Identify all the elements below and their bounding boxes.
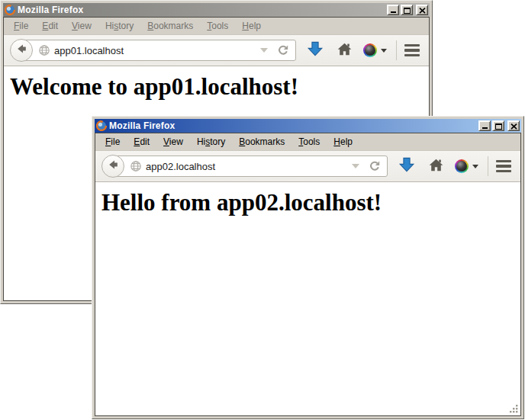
- titlebar[interactable]: Mozilla Firefox: [3, 3, 430, 17]
- url-text[interactable]: app01.localhost: [54, 45, 260, 56]
- reload-icon[interactable]: [369, 160, 381, 172]
- browser-client: FileEditViewHistoryBookmarksToolsHelp ap…: [95, 133, 521, 416]
- url-text[interactable]: app02.localhost: [146, 161, 352, 172]
- url-bar[interactable]: app01.localhost: [21, 40, 296, 61]
- urlbar-dropdown-icon[interactable]: [352, 164, 359, 168]
- browser-window-app02[interactable]: Mozilla Firefox FileEditViewHistoryBookm…: [92, 116, 524, 419]
- back-icon: [14, 42, 28, 59]
- page-heading: Hello from app02.localhost!: [101, 189, 520, 216]
- download-icon: [398, 156, 415, 176]
- download-icon: [307, 40, 324, 60]
- maximize-icon: [404, 8, 411, 14]
- menu-file[interactable]: File: [98, 135, 127, 149]
- menu-bookmarks[interactable]: Bookmarks: [232, 135, 291, 149]
- menu-view[interactable]: View: [65, 19, 98, 33]
- minimize-button[interactable]: [478, 120, 491, 131]
- menu-edit[interactable]: Edit: [127, 135, 156, 149]
- close-button[interactable]: [416, 5, 428, 15]
- menu-help[interactable]: Help: [327, 135, 359, 149]
- toolbar-separator: [488, 156, 488, 176]
- home-button[interactable]: [337, 41, 353, 60]
- resize-grip-icon: [508, 403, 519, 415]
- globe-icon: [38, 44, 50, 56]
- home-icon: [337, 41, 353, 60]
- minimize-icon: [482, 127, 488, 129]
- maximize-button[interactable]: [401, 5, 413, 15]
- navigation-toolbar: app02.localhost: [95, 150, 520, 182]
- close-button[interactable]: [507, 120, 520, 131]
- menubar: FileEditViewHistoryBookmarksToolsHelp: [95, 133, 520, 150]
- window-controls: [478, 120, 520, 131]
- color-wheel-icon: [455, 159, 469, 173]
- menu-file[interactable]: File: [7, 19, 35, 33]
- download-button[interactable]: [307, 40, 324, 60]
- download-button[interactable]: [398, 156, 415, 176]
- titlebar[interactable]: Mozilla Firefox: [95, 119, 521, 133]
- back-icon: [106, 158, 120, 175]
- menu-help[interactable]: Help: [235, 19, 268, 33]
- menu-history[interactable]: History: [190, 135, 232, 149]
- reload-icon[interactable]: [277, 44, 289, 56]
- menu-button[interactable]: [496, 160, 511, 173]
- close-icon: [419, 5, 426, 16]
- globe-icon: [130, 160, 142, 172]
- menu-edit[interactable]: Edit: [35, 19, 65, 33]
- addon-button[interactable]: [363, 43, 387, 57]
- home-icon: [428, 157, 444, 176]
- caret-down-icon: [381, 49, 387, 53]
- menubar: FileEditViewHistoryBookmarksToolsHelp: [4, 18, 429, 34]
- toolbar-separator: [396, 40, 397, 60]
- urlbar-dropdown-icon[interactable]: [260, 48, 268, 53]
- back-button[interactable]: [10, 39, 33, 62]
- menu-bookmarks[interactable]: Bookmarks: [140, 19, 200, 33]
- resize-grip[interactable]: [508, 403, 519, 414]
- color-wheel-icon: [363, 43, 377, 57]
- navigation-toolbar: app01.localhost: [4, 34, 429, 66]
- minimize-icon: [391, 11, 396, 13]
- close-icon: [511, 120, 517, 132]
- window-title: Mozilla Firefox: [109, 120, 476, 131]
- maximize-icon: [495, 123, 502, 130]
- maximize-button[interactable]: [492, 120, 504, 131]
- caret-down-icon: [472, 165, 478, 168]
- firefox-icon: [96, 120, 107, 131]
- window-title: Mozilla Firefox: [18, 5, 385, 15]
- page-content: Hello from app02.localhost!: [95, 182, 520, 415]
- window-controls: [387, 5, 428, 15]
- menu-button[interactable]: [404, 44, 420, 57]
- menu-tools[interactable]: Tools: [200, 19, 235, 33]
- menu-view[interactable]: View: [156, 135, 190, 149]
- page-heading: Welcome to app01.localhost!: [10, 73, 429, 101]
- home-button[interactable]: [428, 157, 444, 176]
- firefox-icon: [5, 5, 15, 15]
- menu-history[interactable]: History: [98, 19, 140, 33]
- minimize-button[interactable]: [387, 5, 399, 15]
- back-button[interactable]: [101, 155, 124, 178]
- menu-tools[interactable]: Tools: [291, 135, 327, 149]
- addon-button[interactable]: [455, 159, 478, 173]
- url-bar[interactable]: app02.localhost: [112, 155, 388, 177]
- desktop: Mozilla Firefox FileEditViewHistoryBookm…: [0, 0, 525, 420]
